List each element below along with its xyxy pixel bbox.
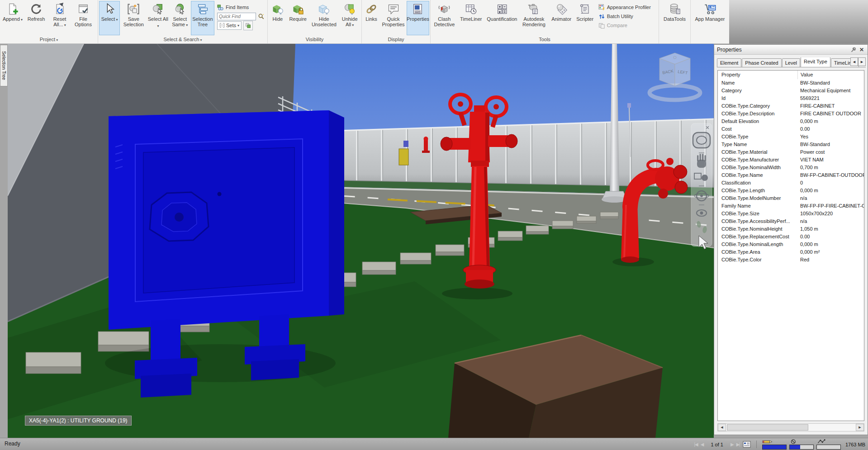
quantification-label: Quantification	[487, 16, 517, 22]
3d-viewport[interactable]: BACK LEFT	[8, 44, 714, 438]
unhide-all-button[interactable]: Unhide All	[339, 1, 360, 35]
property-row[interactable]: COBie.Type.NominalHeight 1,050 m	[718, 225, 864, 233]
batch-utility-button[interactable]: Batch Utility	[598, 12, 656, 21]
hide-unselected-button[interactable]: Hide Unselected	[309, 1, 339, 35]
clash-detective-button[interactable]: Clash Detective	[432, 1, 457, 35]
refresh-button[interactable]: Refresh	[24, 1, 48, 35]
property-row[interactable]: COBie.Type.ModelNumber n/a	[718, 194, 864, 202]
animator-button[interactable]: Animator	[549, 1, 574, 35]
property-value: 1,050 m	[797, 225, 864, 233]
reset-all-label: Reset All...	[48, 16, 71, 28]
select-all-button[interactable]: Select All	[147, 1, 169, 35]
property-row[interactable]: Cost 0.00	[718, 125, 864, 133]
property-row[interactable]: COBie.Type.AccessibilityPerf... n/a	[718, 218, 864, 225]
quantification-button[interactable]: Quantification	[485, 1, 519, 35]
tab-scroll-right-icon[interactable]: ▶	[858, 57, 866, 66]
selection-tree-button[interactable]: Selection Tree	[191, 1, 214, 35]
steering-wheel-icon[interactable]	[693, 133, 710, 148]
disk-progress-icon	[789, 439, 801, 444]
reset-all-button[interactable]: Reset All...	[48, 1, 71, 35]
distant-blue-bin[interactable]	[403, 141, 408, 147]
ribbon-empty-area	[729, 0, 868, 44]
pin-icon[interactable]	[850, 47, 857, 53]
property-row[interactable]: Type Name BW-Standard	[718, 141, 864, 148]
append-button[interactable]: Append	[1, 1, 24, 35]
select-search-group-label[interactable]: Select & Search	[98, 36, 267, 43]
property-row[interactable]: Id 5569221	[718, 95, 864, 102]
property-name: COBie.Type.Manufacturer	[718, 156, 797, 164]
properties-button[interactable]: Properties	[407, 1, 429, 35]
quick-find-input[interactable]	[217, 13, 256, 20]
autodesk-rendering-button[interactable]: Autodesk Rendering	[519, 1, 549, 35]
property-value: 0,000 m	[797, 241, 864, 248]
ribbon-group-tools: Clash Detective TimeLiner Quantification…	[431, 0, 659, 43]
property-row[interactable]: COBie.Type.Manufacturer VIET NAM	[718, 156, 864, 164]
display-group-label[interactable]: Display	[362, 36, 430, 43]
appearance-profiler-button[interactable]: Appearance Profiler	[598, 3, 656, 12]
close-icon[interactable]: ✕	[859, 47, 865, 53]
timeliner-button[interactable]: TimeLiner	[457, 1, 485, 35]
save-selection-button[interactable]: Save Selection	[120, 1, 147, 35]
last-sheet-icon[interactable]: ▶|	[736, 442, 740, 447]
app-manager-button[interactable]: App Manager	[693, 1, 727, 35]
property-row[interactable]: COBie.Type.NominalLength 0,000 m	[718, 241, 864, 248]
tab-scroll-left-icon[interactable]: ◀	[850, 57, 858, 66]
links-button[interactable]: Links	[363, 1, 380, 35]
scroll-left-icon[interactable]: ◀	[718, 424, 726, 431]
tab-phase-created[interactable]: Phase Created	[742, 58, 781, 67]
select-button[interactable]: Select	[99, 1, 120, 35]
property-row[interactable]: COBie.Type.Material Power cost	[718, 148, 864, 156]
status-divider	[756, 441, 757, 448]
tools-group-label[interactable]: Tools	[431, 36, 659, 43]
next-sheet-icon[interactable]: ▶	[730, 442, 734, 447]
scripter-button[interactable]: Scripter	[574, 1, 596, 35]
property-row[interactable]: Category Mechanical Equipment	[718, 87, 864, 95]
select-same-button[interactable]: Select Same	[169, 1, 191, 35]
selection-tree-side-tab[interactable]: Selection Tree	[0, 45, 8, 86]
scrollbar-thumb[interactable]	[727, 424, 808, 431]
property-row[interactable]: COBie.Type.Category FIRE-CABINET	[718, 102, 864, 110]
navbar-close-icon[interactable]	[705, 125, 710, 130]
quick-find-search-icon[interactable]	[258, 13, 265, 20]
compare-button[interactable]: Compare	[598, 21, 656, 30]
property-row[interactable]: COBie.Type.ReplacementCost 0.00	[718, 233, 864, 241]
tab-element[interactable]: Element	[717, 58, 741, 67]
property-row[interactable]: COBie.Type.NominalWidth 0,700 m	[718, 164, 864, 171]
quick-properties-button[interactable]: Quick Properties	[380, 1, 407, 35]
property-row[interactable]: COBie.Type.Description FIRE CABINET OUTD…	[718, 110, 864, 118]
scroll-right-icon[interactable]: ▶	[856, 424, 864, 431]
find-items-button[interactable]: Find Items	[217, 3, 265, 12]
property-row[interactable]: COBie.Type.Size 1050x700x220	[718, 210, 864, 218]
properties-panel-titlebar[interactable]: Properties ✕	[714, 45, 868, 55]
property-row[interactable]: COBie.Type.Area 0,000 m²	[718, 248, 864, 256]
project-group-label[interactable]: Project	[0, 36, 98, 43]
properties-table[interactable]: Property Value Name BW-Standard Category…	[717, 70, 864, 421]
sheet-browser-icon[interactable]	[743, 441, 751, 448]
tab-level[interactable]: Level	[782, 58, 800, 67]
hide-button[interactable]: Hide	[269, 1, 287, 35]
properties-horizontal-scrollbar[interactable]: ◀ ▶	[717, 423, 864, 431]
property-row[interactable]: Default Elevation 0,000 m	[718, 118, 864, 125]
sets-dropdown[interactable]: Sets ▾	[217, 21, 242, 30]
tab-revit-type[interactable]: Revit Type	[801, 57, 830, 67]
property-row[interactable]: Classification 0	[718, 179, 864, 187]
distant-yellow-door[interactable]	[399, 149, 408, 165]
save-selection-label: Save Selection	[120, 16, 147, 27]
require-button[interactable]: Require	[287, 1, 309, 35]
property-row[interactable]: Name BW-Standard	[718, 79, 864, 87]
scrollbar-track[interactable]	[726, 424, 856, 431]
datatools-group-label	[659, 36, 690, 43]
visibility-group-label[interactable]: Visibility	[268, 36, 361, 43]
property-row[interactable]: COBie.Type.Length 0,000 m	[718, 187, 864, 194]
previous-sheet-icon[interactable]: ◀	[701, 442, 704, 447]
property-row[interactable]: COBie.Type.Color Red	[718, 256, 864, 264]
property-row[interactable]: COBie.Type Yes	[718, 133, 864, 141]
first-sheet-icon[interactable]: |◀	[694, 442, 697, 447]
datatools-button[interactable]: DataTools	[661, 1, 688, 35]
property-row[interactable]: COBie.Type.Name BW-FP-CABINET-OUTDOOR	[718, 171, 864, 179]
unhide-all-icon	[343, 3, 356, 15]
file-options-button[interactable]: File Options	[71, 1, 95, 35]
property-row[interactable]: Family Name BW-FP-FP-FIRE-CABINET-OUT	[718, 202, 864, 210]
manage-sets-button[interactable]	[243, 21, 253, 30]
quick-find-row	[217, 12, 265, 21]
